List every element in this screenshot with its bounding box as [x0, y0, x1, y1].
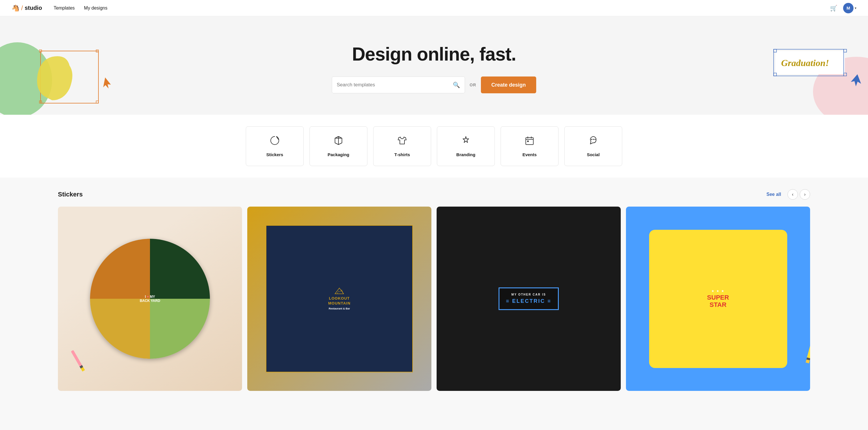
- svg-rect-12: [774, 73, 776, 76]
- svg-rect-17: [527, 141, 529, 142]
- sticker-card-0[interactable]: I ♥ MYBACK YARD: [58, 207, 242, 391]
- branding-icon: [461, 135, 471, 148]
- hero-search-row: 🔍 OR Create design: [332, 77, 536, 93]
- logo-text: studio: [25, 5, 42, 11]
- search-input[interactable]: [337, 82, 450, 88]
- category-label-tshirts: T-shirts: [394, 152, 410, 157]
- stickers-section: Stickers See all ‹ › I ♥ MYBACK YARD: [0, 178, 868, 391]
- hero-deco-left: [0, 16, 116, 115]
- category-label-branding: Branding: [456, 152, 475, 157]
- svg-rect-5: [96, 101, 98, 103]
- section-title: Stickers: [58, 191, 83, 198]
- logo-horse-icon: 🐴: [11, 4, 20, 12]
- category-card-tshirts[interactable]: T-shirts: [373, 126, 431, 166]
- nav-right: 🛒 M ▾: [830, 3, 857, 13]
- svg-rect-13: [844, 73, 846, 76]
- svg-marker-15: [850, 73, 863, 87]
- navbar: 🐴 / studio Templates My designs 🛒 M ▾: [0, 0, 868, 16]
- chevron-down-icon: ▾: [855, 6, 857, 10]
- svg-marker-21: [335, 288, 344, 294]
- hero-deco-right: Graduation!: [752, 16, 868, 115]
- svg-rect-3: [96, 50, 98, 52]
- sticker-card-3[interactable]: ★ ★ ★ SUPERSTAR: [626, 207, 810, 391]
- create-design-button[interactable]: Create design: [481, 77, 536, 93]
- category-card-branding[interactable]: Branding: [437, 126, 495, 166]
- hero-section: Graduation! Design online, fast. 🔍 OR Cr…: [0, 16, 868, 115]
- logo-slash: /: [21, 4, 23, 12]
- stickers-grid: I ♥ MYBACK YARD LOOKOUTMOUNTAIN Restaura…: [58, 207, 810, 391]
- prev-arrow-button[interactable]: ‹: [787, 189, 798, 200]
- logo-link[interactable]: 🐴 / studio: [11, 4, 42, 12]
- svg-point-0: [0, 42, 52, 115]
- category-label-social: Social: [587, 152, 599, 157]
- category-label-stickers: Stickers: [267, 152, 283, 157]
- search-icon: 🔍: [453, 81, 460, 88]
- svg-point-18: [591, 139, 592, 140]
- packaging-icon: [333, 135, 344, 148]
- svg-rect-11: [844, 49, 846, 52]
- events-icon: [524, 135, 535, 148]
- see-all-link[interactable]: See all: [766, 192, 781, 197]
- sticker-card-1[interactable]: LOOKOUTMOUNTAIN Restaurant & Bar: [247, 207, 431, 391]
- section-header: Stickers See all ‹ ›: [58, 189, 810, 200]
- svg-rect-4: [39, 101, 42, 103]
- next-arrow-button[interactable]: ›: [800, 189, 810, 200]
- svg-text:Graduation!: Graduation!: [781, 58, 829, 68]
- social-icon: [588, 135, 598, 148]
- categories-section: Stickers Packaging T-shirts: [0, 115, 868, 178]
- svg-rect-10: [774, 49, 776, 52]
- hero-title: Design online, fast.: [352, 44, 516, 65]
- svg-marker-6: [100, 77, 112, 90]
- nav-templates-link[interactable]: Templates: [54, 5, 75, 11]
- svg-rect-2: [39, 50, 42, 52]
- or-label: OR: [470, 83, 476, 87]
- category-label-packaging: Packaging: [328, 152, 349, 157]
- svg-point-7: [813, 57, 868, 115]
- svg-rect-14: [774, 49, 844, 76]
- svg-rect-8: [775, 51, 845, 74]
- nav-mydesigns-link[interactable]: My designs: [84, 5, 107, 11]
- nav-links: Templates My designs: [54, 5, 107, 11]
- search-box: 🔍: [332, 77, 465, 93]
- svg-rect-1: [40, 51, 98, 103]
- cart-icon[interactable]: 🛒: [830, 5, 837, 11]
- svg-rect-16: [526, 138, 533, 145]
- categories-grid: Stickers Packaging T-shirts: [58, 126, 810, 166]
- svg-point-20: [594, 139, 595, 140]
- category-card-stickers[interactable]: Stickers: [246, 126, 304, 166]
- sticker-card-2[interactable]: MY OTHER CAR IS ≡ ELECTRIC ≡: [437, 207, 621, 391]
- svg-point-19: [593, 139, 594, 140]
- stickers-icon: [270, 135, 280, 148]
- category-card-packaging[interactable]: Packaging: [310, 126, 367, 166]
- user-dropdown[interactable]: M ▾: [843, 3, 857, 13]
- tshirts-icon: [397, 135, 407, 148]
- avatar[interactable]: M: [843, 3, 854, 13]
- category-card-social[interactable]: Social: [564, 126, 622, 166]
- category-card-events[interactable]: Events: [501, 126, 558, 166]
- category-label-events: Events: [522, 152, 536, 157]
